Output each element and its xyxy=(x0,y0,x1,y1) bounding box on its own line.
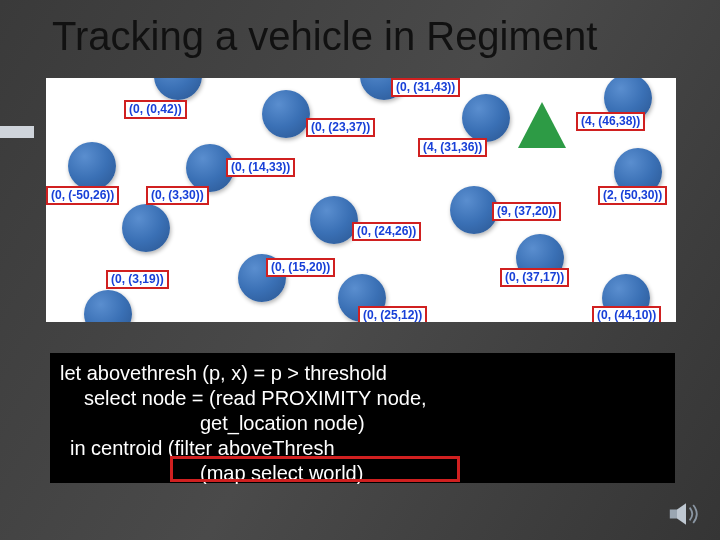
code-line-1: let abovethresh (p, x) = p > threshold xyxy=(60,361,665,386)
code-block: let abovethresh (p, x) = p > threshold s… xyxy=(50,353,675,483)
code-line-4: in centroid (filter aboveThresh xyxy=(60,436,665,461)
code-line-3: get_location node) xyxy=(60,411,665,436)
sensor-label: (0, (25,12)) xyxy=(358,306,427,322)
sensor-label: (0, (44,10)) xyxy=(592,306,661,322)
sensor-label: (2, (50,30)) xyxy=(598,186,667,205)
vehicle-marker-triangle xyxy=(518,102,566,148)
sensor-label: (0, (23,37)) xyxy=(306,118,375,137)
sensor-label: (0, (3,19)) xyxy=(106,270,169,289)
sensor-label: (0, (3,30)) xyxy=(146,186,209,205)
slide-title: Tracking a vehicle in Regiment xyxy=(52,14,597,59)
sensor-label: (9, (37,20)) xyxy=(492,202,561,221)
code-line-5: (map select world) xyxy=(60,461,665,486)
sensor-label: (0, (-50,26)) xyxy=(46,186,119,205)
svg-marker-1 xyxy=(677,503,686,525)
sensor-node xyxy=(450,186,498,234)
sensor-node xyxy=(154,78,202,100)
sensor-node xyxy=(310,196,358,244)
sensor-label: (0, (14,33)) xyxy=(226,158,295,177)
sensor-node xyxy=(122,204,170,252)
sensor-label: (0, (37,17)) xyxy=(500,268,569,287)
regiment-diagram: (0, (31,43))(0, (0,42))(0, (23,37))(4, (… xyxy=(46,78,676,322)
sensor-label: (4, (46,38)) xyxy=(576,112,645,131)
sensor-node xyxy=(84,290,132,322)
sensor-node xyxy=(462,94,510,142)
code-line-2: select node = (read PROXIMITY node, xyxy=(60,386,665,411)
accent-bar xyxy=(0,126,34,138)
svg-rect-0 xyxy=(670,510,677,519)
sensor-node xyxy=(68,142,116,190)
sensor-label: (0, (0,42)) xyxy=(124,100,187,119)
sensor-label: (0, (31,43)) xyxy=(391,78,460,97)
speaker-icon xyxy=(668,500,704,528)
sensor-label: (0, (15,20)) xyxy=(266,258,335,277)
sensor-label: (4, (31,36)) xyxy=(418,138,487,157)
sensor-node xyxy=(262,90,310,138)
sensor-label: (0, (24,26)) xyxy=(352,222,421,241)
